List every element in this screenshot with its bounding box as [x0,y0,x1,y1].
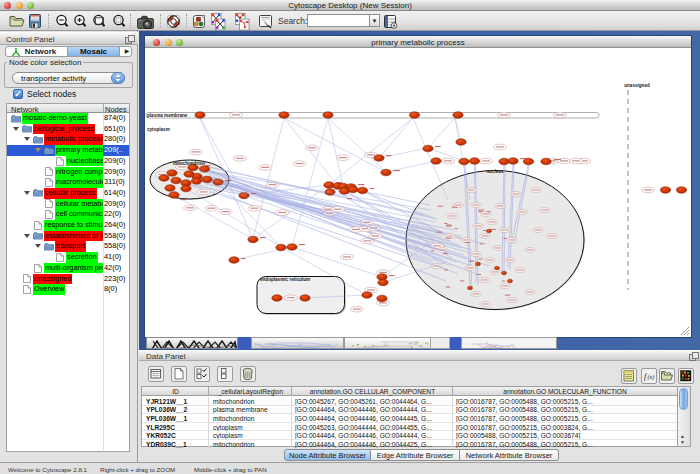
svg-text:cytoplasm: cytoplasm [147,127,170,132]
svg-text:nucleus: nucleus [486,169,504,174]
svg-text:endoplasmic reticulum: endoplasmic reticulum [260,277,310,282]
svg-text:(x): (x) [648,374,655,381]
svg-text:plasma membrane: plasma membrane [147,113,188,118]
svg-text:mitochondrion: mitochondrion [173,161,205,166]
svg-text:unassigned: unassigned [624,83,650,88]
